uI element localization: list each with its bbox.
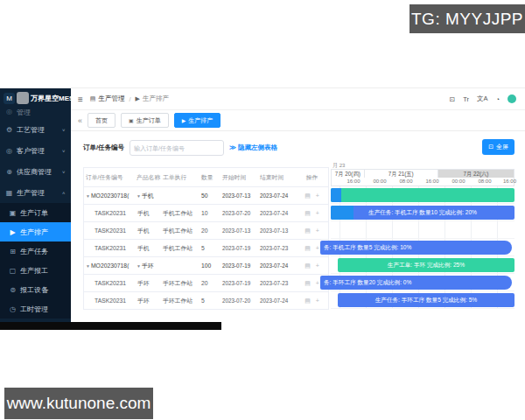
sidebar-item-label: 工时管理 (20, 304, 48, 314)
detail-icon[interactable]: ▤ (304, 210, 311, 217)
table-row[interactable]: ▼MO20230718( ▼手环 100 2023-07-19 2023-07-… (84, 257, 328, 275)
detail-icon[interactable]: ▤ (304, 298, 311, 304)
tabs-container: 首页 ▣ 生产订单 ▶ 生产排产 (88, 113, 220, 128)
sidebar-item-process[interactable]: ⚙ 工艺管理 ∨ (0, 119, 71, 140)
gantt-row (331, 186, 514, 204)
col-product-name: 产品名称 (135, 173, 161, 182)
add-icon[interactable]: + (316, 280, 319, 287)
sidebar-item-supplier[interactable]: ⊕ 供应商管理 ∨ (0, 161, 71, 182)
cell-quantity: 100 (200, 262, 220, 269)
tabs-collapse-icon[interactable]: « (78, 116, 82, 125)
cell-start-time: 2023-07-19 (220, 262, 258, 269)
schedule-icon: ▶ (136, 95, 140, 102)
avatar[interactable] (508, 94, 516, 103)
caret-down-icon[interactable]: ▼ (86, 193, 90, 199)
cell-product-name: 手机 (135, 209, 161, 218)
detail-icon[interactable]: ▤ (304, 192, 311, 200)
chevron-icon: ∨ (62, 149, 66, 153)
filter-row: 订单/任务编号 ≫ 隐藏左侧表格 ⊡ 全屏 (83, 138, 514, 158)
sidebar-item-work-report[interactable]: ▢ 生产报工 (0, 261, 71, 280)
sidebar-item-customer[interactable]: ◎ 客户管理 ∨ (0, 140, 71, 161)
cell-workstation: 手机工作站 (161, 227, 200, 235)
order-number-input[interactable] (130, 140, 224, 156)
filter-label: 订单/任务编号 (83, 144, 124, 152)
fullscreen-icon[interactable]: ⊡ (450, 95, 455, 103)
sidebar-submenu: ▣ 生产订单 ▶ 生产排产 ⊞ 生产任务 ▢ 生产报工 ⊚ 报工设备 ◷ 工时管… (0, 203, 71, 318)
sidebar-item-truncated[interactable]: ◎ 管理 (0, 108, 71, 119)
sidebar-item-device[interactable]: ⊚ 报工设备 (0, 280, 71, 299)
cell-order-number: TASK20231 (84, 210, 135, 216)
sticker-artifact (17, 92, 29, 104)
add-icon[interactable]: + (316, 210, 319, 217)
production-schedule-icon: ▶ (9, 228, 17, 236)
gantt-task-bar[interactable]: 务: 手环工序 数量20 完成比例: 0% (320, 276, 512, 290)
tab-生产订单[interactable]: ▣ 生产订单 (121, 113, 169, 128)
production-task-icon: ⊞ (9, 248, 17, 256)
process-icon: ⚙ (5, 126, 13, 134)
tab-label: 生产订单 (136, 116, 161, 125)
sidebar-item-production-schedule[interactable]: ▶ 生产排产 (0, 222, 71, 242)
table-row[interactable]: TASK20231 手环 手环工作站 5 2023-07-20 2023-07-… (84, 292, 328, 310)
hamburger-menu-icon[interactable]: ≡ (78, 94, 83, 104)
tab-icon: ▶ (182, 117, 186, 123)
tab-生产排产[interactable]: ▶ 生产排产 (174, 113, 221, 128)
table-row[interactable]: TASK20231 手机 手机工作站 10 2023-07-20 2023-07… (84, 205, 328, 222)
bar-label: 生产任务: 手机工序 数量10 完成比例: 20% (331, 206, 514, 220)
table-row[interactable]: TASK20231 手环 手环工作站 20 2023-07-19 2023-07… (84, 275, 328, 292)
gantt-order-bar[interactable] (331, 188, 514, 202)
sidebar-item-production-order[interactable]: ▣ 生产订单 (0, 203, 71, 222)
cell-actions: ▤ + (296, 210, 328, 217)
tab-首页[interactable]: 首页 (88, 113, 116, 128)
translate-icon[interactable]: 文A (477, 94, 488, 103)
bar-progress-segment (331, 188, 341, 202)
cell-product-name: ▼手环 (135, 262, 161, 270)
table-header-row: 订单/任务编号 产品名称 工单执行 数量 开始时间 结束时间 操作 (84, 168, 328, 187)
table-row[interactable]: TASK20231 手机 手机工作站 20 2023-07-13 2023-07… (84, 222, 328, 240)
detail-icon[interactable]: ▤ (304, 245, 311, 252)
app-logo: M 万界星空MES (0, 88, 71, 108)
table-row[interactable]: TASK20231 手机 手机工作站 5 2023-07-19 2023-07-… (84, 240, 328, 257)
detail-icon[interactable]: ▤ (304, 262, 311, 270)
hide-table-link[interactable]: ≫ 隐藏左侧表格 (229, 144, 277, 152)
detail-icon[interactable]: ▤ (304, 228, 311, 234)
cell-workstation: 手机工作站 (161, 244, 200, 253)
chevron-right-icon: ≫ (229, 144, 236, 152)
sidebar-item-production-task[interactable]: ⊞ 生产任务 (0, 242, 71, 261)
gantt-task-bar[interactable]: 务: 手机工序 数量5 完成比例: 10% (320, 241, 512, 255)
gantt-time-tick: 08:00 (393, 178, 419, 186)
caret-down-icon[interactable]: ▼ (136, 263, 141, 269)
cell-start-time: 2023-07-13 (220, 228, 258, 234)
col-workstation: 工单执行 (161, 173, 200, 182)
gantt-chart: 月 23 7月 20(四)7月 21(五)7月 22(六) 16:0000:00… (331, 162, 514, 310)
sidebar-item-label: 生产报工 (20, 266, 48, 276)
sidebar: M 万界星空MES ◎ 管理 ⚙ 工艺管理 ∨ ◎ 客户管理 ∨ ⊕ 供应商管理… (0, 88, 71, 322)
add-icon[interactable]: + (316, 262, 319, 270)
gantt-task-bar[interactable]: 生产任务: 手机工序 数量10 完成比例: 20% (331, 206, 514, 220)
cell-quantity: 50 (200, 192, 220, 199)
gantt-order-bar[interactable]: 生产工单: 手环 完成比例: 25% (338, 258, 514, 272)
gantt-task-bar[interactable]: 生产任务: 手环工序 数量5 完成比例: 5% (338, 293, 514, 307)
chevron-icon: ∨ (62, 170, 66, 174)
add-icon[interactable]: + (316, 298, 319, 304)
col-quantity: 数量 (200, 173, 220, 182)
cell-quantity: 10 (200, 210, 220, 216)
breadcrumb: ▤ 生产管理 / ▶ 生产排产 (90, 94, 169, 103)
caret-down-icon[interactable]: ▼ (86, 263, 90, 269)
fullscreen-button[interactable]: ⊡ 全屏 (482, 139, 514, 155)
add-icon[interactable]: + (316, 245, 319, 252)
sidebar-item-production[interactable]: ▦ 生产管理 ∧ (0, 182, 71, 203)
order-table: 订单/任务编号 产品名称 工单执行 数量 开始时间 结束时间 操作 ▼MO202… (83, 167, 329, 310)
gantt-tick-spacer (332, 178, 340, 186)
table-row[interactable]: ▼MO20230718( ▼手机 50 2023-07-13 2023-07-2… (84, 187, 328, 205)
sidebar-item-work-hours[interactable]: ◷ 工时管理 (0, 299, 71, 318)
add-icon[interactable]: + (316, 192, 319, 200)
cell-workstation: 手环工作站 (161, 279, 200, 288)
caret-down-icon[interactable]: ▼ (136, 193, 141, 199)
cell-order-number: ▼MO20230718( (84, 262, 135, 269)
detail-icon[interactable]: ▤ (304, 280, 311, 287)
add-icon[interactable]: + (316, 228, 319, 234)
work-report-icon: ▢ (9, 267, 17, 275)
bell-icon[interactable]: ◔ (495, 95, 500, 103)
breadcrumb-root[interactable]: 生产管理 (98, 94, 124, 103)
font-size-icon[interactable]: Tr (463, 95, 469, 103)
